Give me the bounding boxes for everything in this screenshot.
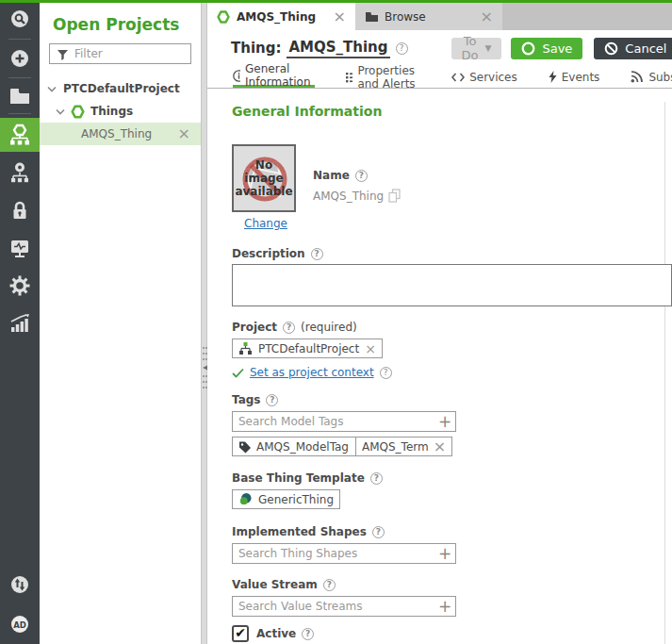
sidebar-item-user[interactable]: AD — [0, 607, 40, 641]
subtab-properties-and-alerts[interactable]: Properties and Alerts — [346, 66, 420, 88]
copy-icon[interactable] — [388, 189, 401, 203]
rss-icon — [631, 71, 644, 83]
sidebar-item-visualization[interactable] — [0, 156, 40, 190]
filter-field — [49, 43, 191, 64]
close-icon[interactable] — [178, 126, 190, 141]
tree-node-label: Things — [90, 105, 133, 118]
subtab-general-information[interactable]: General Information — [233, 66, 315, 88]
help-icon[interactable] — [355, 170, 368, 182]
cancel-button[interactable]: Cancel — [594, 38, 672, 59]
help-icon[interactable] — [370, 472, 383, 485]
subtab-label: Services — [469, 71, 517, 84]
subtab-events[interactable]: Events — [549, 66, 600, 88]
subtab-label: Subscriptions — [648, 71, 672, 84]
remove-icon[interactable] — [434, 439, 446, 454]
active-label: Active — [256, 627, 296, 640]
set-project-context-link[interactable]: Set as project context — [250, 366, 374, 379]
thing-hexagon-icon — [217, 10, 230, 24]
tree-node-things[interactable]: Things — [40, 100, 201, 123]
create-new-icon — [9, 48, 30, 69]
shapes-search-input[interactable] — [233, 547, 434, 560]
sidebar-item-browse[interactable] — [0, 79, 40, 113]
help-icon[interactable] — [323, 579, 336, 591]
sidebar-item-create[interactable] — [0, 41, 40, 75]
valuestream-search-field — [232, 596, 456, 617]
add-icon[interactable] — [434, 414, 455, 430]
remove-icon[interactable] — [365, 342, 376, 355]
sidebar-item-modeling[interactable] — [0, 118, 40, 152]
todo-button[interactable]: To Do▼ — [451, 38, 502, 59]
tags-search-input[interactable] — [233, 415, 434, 428]
subtab-services[interactable]: Services — [451, 66, 517, 88]
check-icon — [232, 368, 244, 378]
tag-chip[interactable]: AMQS_ModelTag AMQS_Term — [232, 437, 452, 456]
list-icon — [346, 72, 352, 83]
sidebar-item-analytics[interactable] — [0, 306, 40, 340]
lightning-icon — [549, 71, 557, 83]
sidebar-divider — [8, 77, 31, 78]
filter-input[interactable] — [50, 44, 190, 63]
add-icon[interactable] — [434, 599, 455, 615]
sidebar-item-monitoring[interactable] — [0, 231, 40, 265]
valuestream-search-input[interactable] — [233, 600, 434, 613]
tag-icon — [238, 440, 252, 454]
add-icon[interactable] — [434, 546, 455, 562]
top-accent-strip — [0, 0, 672, 3]
vertical-scrollbar[interactable] — [664, 102, 672, 644]
help-icon[interactable] — [283, 322, 295, 334]
help-icon[interactable] — [372, 526, 385, 538]
project-chip-label: PTCDefaultProject — [258, 342, 359, 355]
sidebar-item-search[interactable] — [0, 2, 40, 36]
entity-toolbar: Thing: AMQS_Thing To Do▼ Save Cancel Mor… — [207, 30, 672, 66]
save-button[interactable]: Save — [511, 38, 582, 59]
visualization-icon — [8, 161, 31, 184]
subtab-label: Properties and Alerts — [357, 64, 420, 91]
change-image-link[interactable]: Change — [244, 217, 287, 230]
tree-node-thing-selected[interactable]: AMQS_Thing — [40, 123, 201, 145]
entity-subtabs: General Information Properties and Alert… — [207, 66, 672, 89]
tab-entity[interactable]: AMQS_Thing — [207, 3, 355, 30]
help-icon[interactable] — [396, 42, 408, 55]
shapes-search-field — [232, 543, 456, 564]
project-chip[interactable]: PTCDefaultProject — [232, 339, 383, 358]
code-icon — [451, 72, 465, 83]
thing-hexagon-icon — [71, 105, 85, 119]
security-icon — [10, 201, 29, 221]
value-stream-label: Value Stream — [232, 578, 318, 591]
sidebar-item-import-export[interactable] — [0, 568, 40, 602]
info-icon — [233, 70, 240, 82]
help-icon[interactable] — [302, 628, 314, 640]
sidebar-divider — [8, 39, 31, 40]
close-icon[interactable] — [334, 9, 346, 25]
panel-splitter[interactable] — [201, 3, 207, 644]
help-icon[interactable] — [311, 248, 323, 260]
subtab-label: Events — [562, 71, 600, 84]
modeling-icon — [8, 124, 31, 146]
sidebar-item-security[interactable] — [0, 193, 40, 227]
folder-icon — [365, 11, 378, 23]
description-textarea[interactable] — [232, 264, 672, 306]
help-icon[interactable] — [380, 367, 392, 379]
tags-search-field — [232, 411, 456, 432]
implemented-shapes-label: Implemented Shapes — [232, 525, 367, 538]
entity-image-placeholder[interactable]: No image available — [232, 144, 296, 212]
tree-node-project[interactable]: PTCDefaultProject — [40, 77, 201, 100]
filter-icon — [57, 49, 69, 61]
chevron-down-icon: ▼ — [485, 43, 492, 53]
placeholder-text: available — [235, 185, 292, 198]
entity-type-label: Thing: — [231, 40, 281, 57]
close-icon[interactable] — [481, 9, 493, 25]
chevron-down-icon — [47, 86, 57, 92]
open-projects-panel: Open Projects PTCDefaultProject Things A… — [40, 3, 201, 644]
tab-browse[interactable]: Browse — [355, 3, 502, 30]
entity-name-editable[interactable]: AMQS_Thing — [287, 39, 389, 58]
subtab-subscriptions[interactable]: Subscriptions — [631, 66, 672, 88]
active-checkbox[interactable] — [232, 625, 249, 642]
import-export-icon — [9, 574, 30, 595]
user-avatar: AD — [9, 614, 30, 635]
tag-vocabulary-label: AMQS_ModelTag — [256, 440, 349, 454]
sidebar-item-system[interactable] — [0, 269, 40, 303]
base-template-chip[interactable]: GenericThing — [232, 489, 340, 509]
chevron-down-icon — [56, 108, 65, 115]
help-icon[interactable] — [266, 394, 278, 406]
